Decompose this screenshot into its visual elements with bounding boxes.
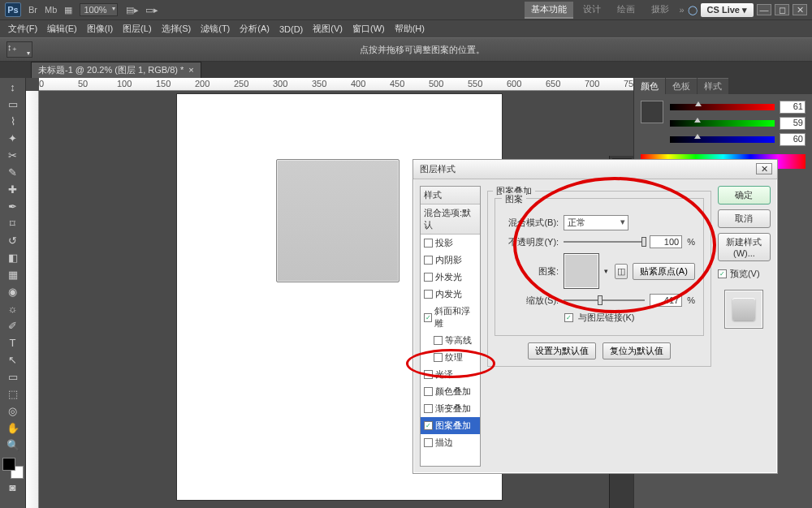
pattern-dropdown-icon[interactable]: ▾ — [604, 267, 608, 275]
style-item-5[interactable]: 等高线 — [421, 332, 480, 349]
path-select-tool[interactable]: ↖ — [3, 352, 23, 368]
menu-edit[interactable]: 编辑(E) — [42, 20, 82, 37]
lasso-tool[interactable]: ⌇ — [3, 114, 23, 130]
crop-tool[interactable]: ✂ — [3, 148, 23, 164]
close-button[interactable]: ✕ — [793, 4, 807, 15]
reset-default-button[interactable]: 复位为默认值 — [603, 342, 671, 359]
tab-styles[interactable]: 样式 — [698, 78, 728, 94]
pattern-picker[interactable] — [564, 253, 599, 289]
history-brush-tool[interactable]: ↺ — [3, 233, 23, 249]
view-extras-icon[interactable]: ▦ — [64, 5, 72, 15]
style-item-3[interactable]: 内发光 — [421, 286, 480, 303]
document-tab[interactable]: 未标题-1 @ 20.2% (图层 1, RGB/8) * × — [31, 62, 201, 79]
scale-value[interactable]: 417 — [650, 294, 682, 307]
minimize-button[interactable]: — — [757, 4, 771, 15]
workspace-tab-photo[interactable]: 摄影 — [645, 2, 676, 19]
r-value[interactable]: 61 — [780, 101, 806, 114]
style-checkbox[interactable] — [424, 438, 433, 447]
link-checkbox[interactable]: ✓ — [564, 313, 573, 322]
blur-tool[interactable]: ◉ — [3, 284, 23, 300]
brush-tool[interactable]: ✒ — [3, 199, 23, 215]
g-slider[interactable] — [670, 120, 775, 127]
r-slider[interactable] — [670, 104, 775, 110]
new-style-button[interactable]: 新建样式(W)... — [718, 233, 771, 261]
style-checkbox[interactable] — [424, 256, 433, 265]
menu-view[interactable]: 视图(V) — [308, 20, 348, 37]
dialog-titlebar[interactable]: 图层样式 ✕ — [413, 160, 777, 179]
style-item-7[interactable]: 光泽 — [421, 366, 480, 383]
style-item-10[interactable]: ✓图案叠加 — [421, 417, 480, 434]
tab-swatches[interactable]: 色板 — [666, 78, 697, 94]
style-checkbox[interactable] — [424, 404, 433, 413]
menu-image[interactable]: 图像(I) — [82, 20, 118, 37]
blend-options-item[interactable]: 混合选项:默认 — [421, 204, 480, 235]
gradient-tool[interactable]: ▦ — [3, 267, 23, 283]
style-item-8[interactable]: 颜色叠加 — [421, 383, 480, 400]
dialog-close-button[interactable]: ✕ — [756, 163, 772, 174]
style-item-9[interactable]: 渐变叠加 — [421, 400, 480, 417]
menu-analysis[interactable]: 分析(A) — [235, 20, 274, 37]
zoom-tool[interactable]: 🔍 — [3, 437, 23, 454]
style-item-0[interactable]: 投影 — [421, 235, 480, 252]
opacity-value[interactable]: 100 — [650, 235, 682, 248]
shape-tool[interactable]: ▭ — [3, 369, 23, 385]
cancel-button[interactable]: 取消 — [718, 209, 771, 228]
snap-origin-button[interactable]: 贴紧原点(A) — [633, 263, 695, 280]
ok-button[interactable]: 确定 — [718, 186, 771, 204]
style-item-6[interactable]: 纹理 — [421, 349, 480, 366]
menu-window[interactable]: 窗口(W) — [348, 20, 390, 37]
menu-3d[interactable]: 3D(D) — [274, 22, 308, 37]
style-item-2[interactable]: 外发光 — [421, 269, 480, 286]
tool-preset-picker[interactable]: ↕₊ — [6, 41, 32, 58]
eyedropper-tool[interactable]: ✎ — [3, 165, 23, 181]
preview-checkbox[interactable]: ✓ — [718, 269, 727, 278]
document-tab-close[interactable]: × — [188, 65, 193, 75]
move-tool[interactable]: ↕ — [3, 80, 23, 96]
set-default-button[interactable]: 设置为默认值 — [528, 342, 596, 359]
blend-mode-dropdown[interactable]: 正常 — [564, 215, 628, 230]
menu-file[interactable]: 文件(F) — [3, 20, 42, 37]
zoom-dropdown[interactable]: 100% — [80, 3, 117, 16]
dodge-tool[interactable]: ☼ — [3, 301, 23, 317]
style-checkbox[interactable] — [424, 387, 433, 396]
quickmask-tool[interactable]: ◙ — [3, 480, 23, 496]
stamp-tool[interactable]: ⌑ — [3, 216, 23, 232]
menu-layer[interactable]: 图层(L) — [118, 20, 156, 37]
style-checkbox[interactable] — [424, 273, 433, 282]
workspace-tab-paint[interactable]: 绘画 — [611, 2, 641, 19]
style-checkbox[interactable] — [434, 336, 443, 345]
cslive-button[interactable]: CS Live ▾ — [701, 3, 754, 17]
style-item-11[interactable]: 描边 — [421, 434, 480, 451]
workspace-tab-design[interactable]: 设计 — [577, 2, 607, 19]
3d-camera-tool[interactable]: ◎ — [3, 403, 23, 420]
pen-tool[interactable]: ✐ — [3, 318, 23, 334]
bridge-icon[interactable]: Br — [28, 5, 37, 15]
workspace-tab-basic[interactable]: 基本功能 — [525, 2, 573, 19]
style-checkbox[interactable] — [424, 290, 433, 299]
style-checkbox[interactable]: ✓ — [424, 313, 432, 322]
maximize-button[interactable]: ◻ — [775, 4, 789, 15]
scale-slider[interactable] — [564, 299, 645, 301]
menu-help[interactable]: 帮助(H) — [390, 20, 430, 37]
color-swatches[interactable] — [2, 458, 24, 479]
menu-select[interactable]: 选择(S) — [157, 20, 197, 37]
tab-color[interactable]: 颜色 — [634, 78, 665, 94]
fg-color[interactable] — [2, 458, 15, 471]
hand-tool[interactable]: ✋ — [3, 420, 23, 437]
b-slider[interactable] — [670, 136, 775, 143]
workspace-chevrons[interactable]: » — [679, 5, 684, 15]
wand-tool[interactable]: ✦ — [3, 131, 23, 147]
style-checkbox[interactable] — [424, 239, 433, 248]
b-value[interactable]: 60 — [780, 133, 806, 146]
type-tool[interactable]: T — [3, 335, 23, 351]
opacity-slider[interactable] — [564, 241, 645, 243]
doc-arrange-icon[interactable]: ▤▸ — [126, 5, 139, 15]
style-checkbox[interactable]: ✓ — [424, 421, 433, 430]
style-checkbox[interactable] — [424, 370, 433, 379]
style-item-1[interactable]: 内阴影 — [421, 252, 480, 269]
layer-shape[interactable] — [276, 159, 400, 282]
heal-tool[interactable]: ✚ — [3, 182, 23, 198]
menu-filter[interactable]: 滤镜(T) — [196, 20, 235, 37]
style-item-4[interactable]: ✓斜面和浮雕 — [421, 303, 480, 332]
3d-tool[interactable]: ⬚ — [3, 386, 23, 403]
